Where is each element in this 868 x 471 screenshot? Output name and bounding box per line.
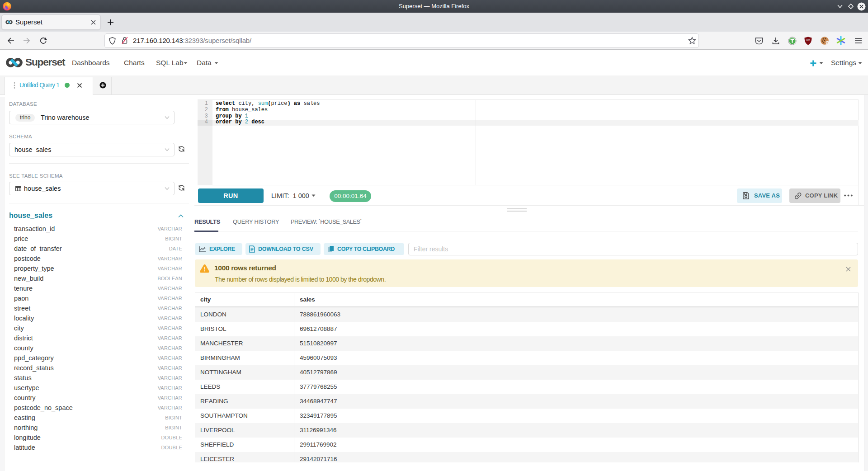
svg-text:UO: UO (806, 39, 810, 42)
